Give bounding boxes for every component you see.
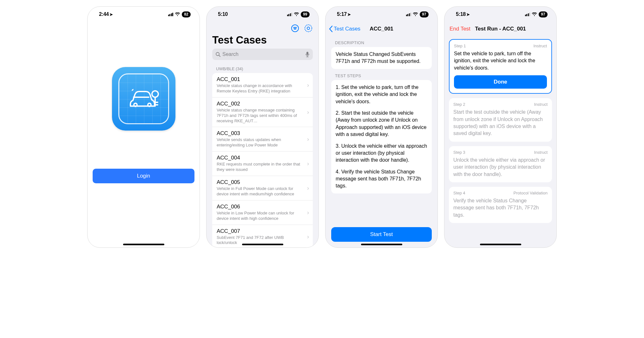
screen-login: 2:44➤ 82 bbox=[87, 6, 200, 248]
chevron-right-icon: › bbox=[307, 185, 309, 191]
status-time: 2:44➤ bbox=[99, 11, 113, 17]
step-tag: Protocol Validation bbox=[514, 191, 548, 195]
location-arrow-icon: ➤ bbox=[466, 12, 470, 17]
location-arrow-icon: ➤ bbox=[347, 12, 351, 17]
test-step: 2. Start the test outside the vehicle (A… bbox=[336, 110, 427, 138]
description-header: DESCRIPTION bbox=[325, 36, 437, 47]
login-button[interactable]: Login bbox=[93, 169, 194, 183]
row-subtitle: Vehicle in Low Power Mode can unlock for… bbox=[217, 211, 308, 221]
test-case-row[interactable]: ACC_002Vehicle status change message con… bbox=[212, 98, 313, 127]
search-input[interactable] bbox=[222, 51, 303, 57]
row-subtitle: Vehicle status change message containing… bbox=[217, 108, 308, 124]
status-time: 5:10 bbox=[218, 11, 228, 17]
search-icon bbox=[215, 52, 220, 57]
test-step: 3. Unlock the vehicle either via approac… bbox=[336, 143, 427, 164]
settings-gear-icon[interactable] bbox=[304, 24, 313, 33]
app-icon bbox=[112, 67, 175, 131]
done-button[interactable]: Done bbox=[454, 75, 547, 89]
row-title: ACC_006 bbox=[217, 204, 308, 210]
status-icons: 97 bbox=[525, 11, 548, 17]
svg-point-4 bbox=[305, 25, 312, 32]
step-tag: Instruct bbox=[534, 102, 548, 107]
wifi-icon bbox=[413, 12, 418, 17]
svg-point-5 bbox=[307, 27, 310, 30]
chevron-right-icon: › bbox=[307, 82, 309, 88]
status-icons: 99 bbox=[287, 11, 310, 17]
nav-bar: Test Cases ACC_001 bbox=[325, 22, 437, 36]
status-time: 5:17➤ bbox=[337, 11, 351, 17]
row-subtitle: Vehicle status change in accordance with… bbox=[217, 83, 308, 94]
battery-icon: 99 bbox=[301, 11, 310, 17]
end-test-button[interactable]: End Test bbox=[450, 26, 470, 32]
test-case-row[interactable]: ACC_006Vehicle in Low Power Mode can unl… bbox=[212, 200, 313, 225]
nav-title: ACC_001 bbox=[370, 26, 393, 32]
start-test-button[interactable]: Start Test bbox=[331, 227, 432, 242]
cellular-icon bbox=[406, 13, 411, 16]
chevron-right-icon: › bbox=[307, 160, 309, 167]
svg-point-0 bbox=[134, 103, 137, 106]
status-icons: 82 bbox=[168, 11, 191, 17]
search-field[interactable] bbox=[212, 49, 313, 60]
row-subtitle: Vehicle in Full Power Mode can unlock fo… bbox=[217, 186, 308, 197]
back-button[interactable]: Test Cases bbox=[329, 25, 360, 32]
svg-point-2 bbox=[152, 91, 158, 97]
battery-icon: 97 bbox=[539, 11, 548, 17]
test-step: 1. Set the vehicle to park, turn off the… bbox=[336, 84, 427, 105]
home-indicator[interactable] bbox=[480, 244, 521, 245]
row-title: ACC_005 bbox=[217, 179, 308, 186]
chevron-right-icon: › bbox=[307, 209, 309, 216]
step-number: Step 2 bbox=[453, 102, 465, 107]
status-bar: 5:18➤ 97 bbox=[444, 7, 556, 22]
description-card: Vehicle Status Changed SubEvents 7F71h a… bbox=[331, 47, 432, 69]
test-case-row[interactable]: ACC_005Vehicle in Full Power Mode can un… bbox=[212, 176, 313, 200]
row-subtitle: RKE requests must complete in the order … bbox=[217, 162, 308, 172]
step-tag: Instruct bbox=[534, 150, 548, 155]
nav-title: Test Run - ACC_001 bbox=[475, 26, 526, 32]
step-number: Step 3 bbox=[453, 150, 465, 155]
svg-point-1 bbox=[148, 103, 151, 106]
car-key-icon bbox=[125, 84, 163, 113]
home-indicator[interactable] bbox=[242, 244, 283, 245]
step-number: Step 4 bbox=[453, 191, 465, 195]
mic-icon[interactable] bbox=[305, 51, 310, 57]
step-text: Unlock the vehicle either via approach o… bbox=[453, 157, 548, 178]
chevron-right-icon: › bbox=[307, 136, 309, 143]
step-tag: Instruct bbox=[533, 44, 547, 48]
toolbar bbox=[207, 22, 319, 33]
cellular-icon bbox=[287, 13, 292, 16]
row-subtitle: Vehicle sends status updates when enteri… bbox=[217, 137, 308, 148]
row-title: ACC_003 bbox=[217, 130, 308, 137]
chevron-left-icon bbox=[329, 25, 333, 32]
test-case-list: ACC_001Vehicle status change in accordan… bbox=[212, 73, 313, 247]
wifi-icon bbox=[532, 12, 537, 17]
filter-icon[interactable] bbox=[291, 24, 299, 33]
test-case-row[interactable]: ACC_003Vehicle sends status updates when… bbox=[212, 127, 313, 152]
steps-header: TEST STEPS bbox=[325, 69, 437, 80]
wifi-icon bbox=[175, 12, 180, 17]
battery-icon: 82 bbox=[182, 11, 191, 17]
step-card: Step 3InstructUnlock the vehicle either … bbox=[449, 146, 552, 182]
home-indicator[interactable] bbox=[123, 244, 164, 245]
row-title: ACC_001 bbox=[217, 76, 308, 83]
status-bar: 5:10 99 bbox=[207, 7, 319, 22]
home-indicator[interactable] bbox=[361, 244, 402, 245]
step-number: Step 1 bbox=[454, 44, 466, 48]
wifi-icon bbox=[294, 12, 299, 17]
status-bar: 5:17➤ 97 bbox=[325, 7, 437, 22]
svg-rect-7 bbox=[306, 52, 308, 55]
status-icons: 97 bbox=[406, 11, 429, 17]
nav-bar: End Test Test Run - ACC_001 bbox=[444, 22, 556, 36]
location-arrow-icon: ➤ bbox=[109, 12, 113, 17]
back-label: Test Cases bbox=[334, 26, 360, 32]
status-time: 5:18➤ bbox=[456, 11, 470, 17]
screen-test-run: 5:18➤ 97 End Test Test Run - ACC_001 Ste… bbox=[444, 6, 557, 248]
step-card: Step 4Protocol ValidationVerify the vehi… bbox=[449, 187, 552, 223]
step-card: Step 2InstructStart the test outside the… bbox=[449, 98, 552, 142]
battery-icon: 97 bbox=[420, 11, 429, 17]
cellular-icon bbox=[168, 13, 174, 16]
test-case-row[interactable]: ACC_001Vehicle status change in accordan… bbox=[212, 73, 313, 98]
row-title: ACC_007 bbox=[217, 228, 308, 234]
section-header: UWB/BLE (34) bbox=[207, 64, 319, 73]
chevron-right-icon: › bbox=[307, 109, 309, 116]
test-case-row[interactable]: ACC_004RKE requests must complete in the… bbox=[212, 152, 313, 176]
